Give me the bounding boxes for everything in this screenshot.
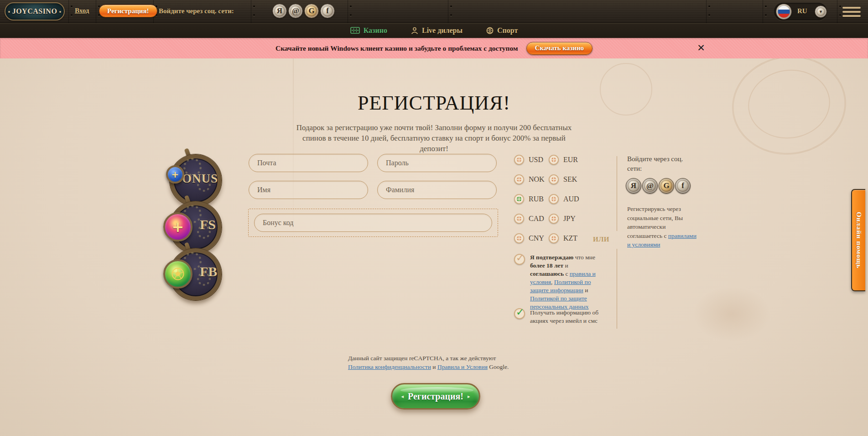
first-name-field[interactable] bbox=[249, 181, 368, 199]
tab-live-dealers-label: Live дилеры bbox=[422, 26, 463, 35]
freespins-badge: FS + bbox=[170, 201, 222, 253]
last-name-field[interactable] bbox=[377, 181, 497, 199]
currency-label: USD bbox=[529, 156, 543, 164]
bonus-badge: BONUS + bbox=[170, 154, 222, 206]
yandex-login-icon[interactable]: Я bbox=[626, 178, 641, 194]
radio-icon bbox=[514, 174, 524, 184]
freebet-medallion bbox=[163, 259, 192, 289]
or-label: ИЛИ bbox=[593, 236, 609, 243]
tab-casino[interactable]: Казино bbox=[350, 26, 387, 35]
currency-label: AUD bbox=[563, 195, 579, 203]
currency-radio-rub[interactable]: RUB bbox=[514, 194, 549, 204]
mailru-glyph: @ bbox=[292, 6, 299, 16]
social-panel-icons: Я @ G f bbox=[626, 178, 691, 194]
promo-optin-checkbox[interactable]: ✓ bbox=[514, 308, 525, 319]
currency-radio-kzt[interactable]: KZT bbox=[549, 233, 579, 243]
email-field[interactable] bbox=[249, 154, 368, 172]
currency-radio-nok[interactable]: NOK bbox=[514, 174, 549, 184]
currency-radio-aud[interactable]: AUD bbox=[549, 194, 579, 204]
radio-icon bbox=[549, 233, 559, 243]
mailru-login-icon[interactable]: @ bbox=[642, 178, 658, 194]
currency-label: NOK bbox=[529, 175, 545, 184]
tab-sport-label: Спорт bbox=[497, 26, 518, 35]
russian-flag-icon[interactable] bbox=[776, 4, 792, 20]
facebook-glyph: f bbox=[326, 6, 329, 16]
main-nav: Казино Live дилеры Спорт bbox=[0, 23, 868, 38]
mailru-glyph: @ bbox=[646, 181, 654, 190]
registration-page: РЕГИСТРАЦИЯ! Подарок за регистрацию уже … bbox=[0, 58, 868, 436]
tab-sport[interactable]: Спорт bbox=[486, 26, 518, 35]
register-submit-button[interactable]: ◂ Регистрация! ▸ bbox=[391, 383, 480, 410]
currency-radio-jpy[interactable]: JPY bbox=[549, 214, 579, 224]
currency-label: CNY bbox=[529, 234, 544, 242]
age-confirm-checkbox[interactable]: ✓ bbox=[514, 254, 525, 265]
privacy-policy-link[interactable]: Политика конфиденциальности bbox=[348, 363, 431, 370]
mailru-login-icon[interactable]: @ bbox=[288, 4, 303, 18]
currency-radio-eur[interactable]: EUR bbox=[549, 155, 579, 165]
radio-icon bbox=[549, 174, 559, 184]
header-register-button[interactable]: Регистрация! bbox=[99, 5, 157, 17]
radio-icon bbox=[549, 155, 559, 165]
login-link[interactable]: Вход bbox=[75, 7, 89, 15]
google-glyph: G bbox=[308, 6, 314, 16]
language-code: RU bbox=[797, 7, 807, 15]
terms-of-service-link[interactable]: Правила и Условия bbox=[437, 363, 488, 370]
logo-text: JOYCASINO bbox=[12, 7, 57, 16]
facebook-login-icon[interactable]: f bbox=[675, 178, 691, 194]
chevron-down-icon: ▾ bbox=[820, 9, 822, 15]
online-help-tab[interactable]: Онлайн помощь bbox=[851, 189, 865, 291]
decor-stain bbox=[693, 287, 771, 341]
rivet-seam bbox=[68, 0, 71, 23]
freespins-badge-label: FS bbox=[200, 217, 216, 232]
age-confirm-text: Я подтверждаю что мне более 18 лет и сог… bbox=[530, 253, 599, 311]
currency-radio-usd[interactable]: USD bbox=[514, 155, 549, 165]
online-help-label: Онлайн помощь bbox=[855, 212, 863, 268]
bonus-medallion: + bbox=[166, 165, 184, 184]
register-submit-label: Регистрация! bbox=[408, 391, 463, 402]
facebook-login-icon[interactable]: f bbox=[320, 4, 335, 18]
currency-radio-sek[interactable]: SEK bbox=[549, 174, 579, 184]
promo-optin-text: Получать информацию об акциях через имей… bbox=[530, 309, 599, 325]
joycasino-logo[interactable]: JOYCASINO bbox=[5, 2, 65, 21]
radio-icon bbox=[514, 233, 524, 243]
bonus-code-field[interactable] bbox=[254, 214, 492, 232]
check-icon: ✓ bbox=[516, 306, 524, 318]
tab-casino-label: Казино bbox=[364, 26, 387, 35]
tab-live-dealers[interactable]: Live дилеры bbox=[411, 26, 463, 35]
currency-label: RUB bbox=[529, 195, 544, 203]
language-dropdown-button[interactable]: ▾ bbox=[815, 5, 827, 18]
currency-radio-cny[interactable]: CNY bbox=[514, 233, 549, 243]
arrow-left-icon: ◂ bbox=[401, 394, 404, 399]
page-subtitle: Подарок за регистрацию уже почти твой! З… bbox=[288, 122, 580, 154]
banner-close-icon[interactable]: ✕ bbox=[695, 42, 707, 54]
page-title: РЕГИСТРАЦИЯ! bbox=[0, 91, 868, 115]
personal-data-policy-link[interactable]: Политикой по защите персональных данных bbox=[530, 295, 589, 310]
google-login-icon[interactable]: G bbox=[659, 178, 674, 194]
banner-text: Скачайте новый Windows клиент казино и з… bbox=[275, 44, 518, 53]
currency-label: EUR bbox=[563, 156, 578, 164]
yandex-glyph: Я bbox=[631, 181, 636, 190]
top-header: JOYCASINO Вход Регистрация! Войдите чере… bbox=[0, 0, 868, 23]
arrow-right-icon: ▸ bbox=[468, 394, 470, 399]
rivet-seam bbox=[96, 0, 99, 23]
rivet-seam bbox=[348, 0, 350, 23]
social-panel-title: Войдите через соц. сети: bbox=[627, 154, 691, 173]
sport-ball-icon bbox=[486, 27, 494, 34]
radio-icon bbox=[514, 214, 524, 224]
facebook-glyph: f bbox=[681, 181, 684, 190]
menu-button[interactable] bbox=[842, 7, 861, 17]
currency-radio-cad[interactable]: CAD bbox=[514, 214, 549, 224]
yandex-login-icon[interactable]: Я bbox=[272, 4, 287, 18]
rivet-seam bbox=[448, 0, 451, 23]
plus-icon: + bbox=[172, 218, 184, 236]
radio-icon bbox=[549, 214, 559, 224]
plus-icon: + bbox=[172, 169, 179, 180]
freebet-badge: FB bbox=[170, 248, 222, 300]
vertical-divider bbox=[617, 156, 617, 231]
download-casino-button[interactable]: Скачать казино bbox=[526, 42, 593, 55]
password-field[interactable] bbox=[377, 154, 497, 172]
radio-icon-selected bbox=[514, 194, 524, 204]
radio-icon bbox=[549, 194, 559, 204]
google-login-icon[interactable]: G bbox=[304, 4, 319, 18]
currency-label: SEK bbox=[563, 175, 577, 184]
